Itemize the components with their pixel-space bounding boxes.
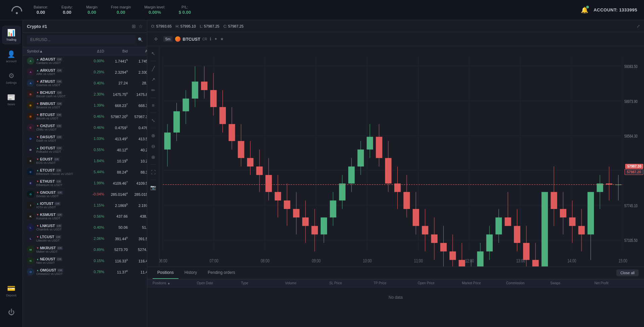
svg-rect-125	[588, 192, 594, 234]
symbol-info: C ▼ CHZUST CR Chiliz vs USDT	[27, 124, 81, 131]
measure-tool[interactable]: ⤡	[149, 116, 158, 125]
grid-icon[interactable]: ⊞	[132, 24, 136, 29]
svg-rect-87	[413, 209, 419, 226]
notification-bell[interactable]: 🔔	[581, 6, 588, 14]
list-item[interactable]: D ▼ DASUST CR Dash vs USDT 1.03% 413.492…	[23, 133, 147, 144]
svg-rect-107	[505, 217, 511, 226]
delta-value: 0.40%	[81, 81, 104, 85]
list-item[interactable]: M ▼ MKRUST CR Maker vs USDT 0.89% 5273.7…	[23, 244, 147, 255]
positions-header: Positions ▲ Open Date Type Volume SL Pri…	[147, 279, 644, 287]
chart-symbol-bar: ✛ 5m BTCUST CR ℹ ✦ ★	[147, 32, 644, 46]
delta-value: 0.00%	[81, 59, 104, 63]
chart-expand-icon[interactable]: ⤢	[637, 24, 640, 29]
bid-value: 2.18695	[104, 203, 128, 208]
settings-icon: ⚙	[8, 72, 14, 80]
list-item[interactable]: A ▼ ATMUST CR Cosmos vs USDT 0.40% 27.24…	[23, 78, 147, 89]
bottom-tabs: Positions History Pending orders Close a…	[147, 267, 644, 279]
ask-value: 51.06	[128, 225, 147, 229]
svg-rect-55	[266, 175, 272, 192]
ray-tool[interactable]: ↗	[149, 75, 158, 84]
sidebar-item-news[interactable]: 📰 News	[2, 90, 21, 109]
symbol-info: M ▼ MKRUST CR Maker vs USDT	[27, 246, 81, 253]
tool-separator-6	[150, 180, 157, 180]
symbol-panel: Crypto #1 ⊞ ☆ 🔍 Symbol▲ Δ1D Bid Ask A ▲	[23, 20, 147, 327]
svg-rect-105	[495, 217, 502, 234]
list-item[interactable]: E ▼ EOUST CR EOS vs USDT 1.84% 10.195 10…	[23, 155, 147, 167]
symbol-logo: M	[27, 246, 34, 253]
svg-rect-123	[578, 226, 585, 234]
tab-positions[interactable]: Positions	[153, 267, 178, 279]
zoom-out-tool[interactable]: ⊖	[149, 142, 158, 151]
chart-symbol-name: BTCUST	[183, 37, 200, 42]
info-icon[interactable]: ℹ	[210, 37, 211, 41]
line-tool[interactable]: ╱	[149, 64, 158, 73]
svg-rect-57	[275, 192, 281, 201]
list-item[interactable]: L ▼ LNKUST CR Chainlink vs USDT 0.40% 50…	[23, 222, 147, 233]
svg-rect-79	[376, 137, 382, 158]
list-item[interactable]: A ▲ ARKUST CR ARK vs USDT 0.29% 2.32943 …	[23, 67, 147, 78]
tab-pending-orders[interactable]: Pending orders	[203, 267, 240, 279]
direction-arrow: ▼	[36, 247, 39, 250]
ask-value: 4109.567	[128, 181, 147, 185]
direction-arrow: ▼	[36, 136, 39, 139]
direction-arrow: ▼	[36, 124, 39, 128]
main-layout: 📊 Trading 👤 account ⚙ Settings 📰 News 💳 …	[0, 20, 644, 327]
svg-text:58973.90: 58973.90	[624, 99, 637, 104]
favourite-icon[interactable]: ★	[220, 37, 224, 41]
direction-arrow: ▼	[36, 180, 39, 183]
delta-value: 0.89%	[81, 248, 104, 252]
list-item[interactable]: I ▲ IOTUST CR IOTA vs USDT 1.15% 2.18695…	[23, 200, 147, 211]
list-item[interactable]: E ▼ ETHUST CR Ethereum vs USDT 1.99% 410…	[23, 178, 147, 189]
list-item[interactable]: B ▼ BCHUST CR Bitcoin cash vs USDT 2.30%…	[23, 89, 147, 100]
column-headers: Symbol▲ Δ1D Bid Ask	[23, 47, 147, 56]
sidebar-item-account[interactable]: 👤 account	[2, 47, 21, 66]
bid-value: 27.24	[104, 81, 128, 85]
list-item[interactable]: D ▲ DOTUST CR Polkadot vs USDT 0.55% 40.…	[23, 144, 147, 155]
symbol-info: L ▼ LTCUST CR Litecoin vs USDT	[27, 235, 81, 242]
list-item[interactable]: K ▼ KSMUST CR Kusama vs USDT 0.56% 437.6…	[23, 211, 147, 222]
sidebar-item-deposit[interactable]: 💳 Deposit	[2, 281, 21, 300]
candlestick-chart[interactable]: 06:0007:0008:0009:0010:0011:0012:0013:00…	[159, 46, 644, 266]
chart-tools-row: ↖ ╱ ↗ ✏ ≡ ⤡ ⊕ ⊖ ⊕ ⛶ 📷	[147, 46, 644, 266]
list-item[interactable]: G ▼ GNOUST CR Gnosis vs USDT -0.04% 285.…	[23, 189, 147, 200]
list-item[interactable]: O ▲ OMGUST CR OmiseGO vs USDT 0.78% 11.3…	[23, 266, 147, 278]
text-tool[interactable]: ≡	[149, 101, 158, 110]
list-item[interactable]: C ▼ CHZUST CR Chiliz vs USDT 0.46% 0.475…	[23, 122, 147, 133]
sidebar-item-power[interactable]: ⏻	[2, 303, 21, 322]
close-all-button[interactable]: Close all	[616, 269, 639, 276]
svg-text:57745.10: 57745.10	[624, 203, 637, 208]
pen-tool[interactable]: ✏	[149, 85, 158, 95]
direction-arrow: ▼	[36, 235, 39, 239]
crosshair-icon[interactable]: ✛	[151, 34, 161, 44]
deposit-icon: 💳	[7, 284, 15, 292]
search-input[interactable]	[27, 35, 136, 44]
sidebar: 📊 Trading 👤 account ⚙ Settings 📰 News 💳 …	[0, 20, 23, 327]
symbol-logo: A	[27, 57, 34, 65]
symbol-text: ▼ LTCUST CR Litecoin vs USDT	[36, 235, 61, 242]
list-item[interactable]: A ▲ ADAUST CR Cardano vs USDT 0.00% 1.74…	[23, 56, 147, 67]
star-icon[interactable]: ☆	[138, 24, 143, 29]
ask-value: 438.66	[128, 214, 147, 218]
symbol-info: O ▲ OMGUST CR OmiseGO vs USDT	[27, 268, 81, 276]
cursor-tool[interactable]: ↖	[149, 49, 158, 58]
fullscreen-tool[interactable]: ⛶	[149, 168, 158, 177]
screenshot-tool[interactable]: 📷	[149, 183, 158, 192]
tool-separator	[150, 61, 157, 61]
list-item[interactable]: L ▼ LTCUST CR Litecoin vs USDT 2.06% 391…	[23, 233, 147, 244]
timeframe-5m[interactable]: 5m	[163, 36, 172, 42]
search-icon[interactable]: 🔍	[138, 37, 143, 42]
svg-rect-95	[449, 251, 456, 260]
sidebar-item-settings[interactable]: ⚙ Settings	[2, 69, 21, 87]
chart-topbar: O: 57993.65 H: 57995.10 L: 57987.25 C: 5…	[147, 20, 644, 32]
crosshair-tool[interactable]: ⊕	[149, 152, 158, 162]
direction-arrow: ▼	[36, 91, 39, 94]
sidebar-item-trading[interactable]: 📊 Trading	[2, 26, 21, 44]
list-item[interactable]: E ▲ ETCUST CR Ethereum Classic vs USDT 5…	[23, 167, 147, 178]
list-item[interactable]: B ▼ BTCUST CR Bitcoin vs USDT 0.46% 5798…	[23, 111, 147, 122]
zoom-in-tool[interactable]: ⊕	[149, 131, 158, 140]
tab-history[interactable]: History	[180, 267, 202, 279]
star-chart-icon[interactable]: ✦	[214, 37, 217, 41]
list-item[interactable]: N ▲ NEOUST CR Neo vs USDT 0.15% 116.333 …	[23, 255, 147, 266]
list-item[interactable]: B ▼ BNBUST CR Binance vs USDT 1.39% 668.…	[23, 100, 147, 111]
direction-arrow: ▼	[36, 224, 39, 227]
